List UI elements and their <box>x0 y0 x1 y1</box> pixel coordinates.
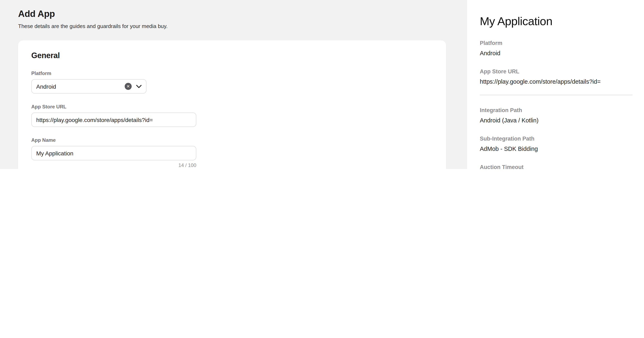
platform-select[interactable]: Android ✕ <box>31 79 146 94</box>
platform-select-value: Android <box>36 83 125 90</box>
page-header: Add App These details are the guides and… <box>0 0 467 29</box>
app-store-url-field: App Store URL <box>31 104 433 127</box>
summary-field-value: AdMob - SDK Bidding <box>480 145 632 152</box>
summary-field-label: Auction Timeout <box>480 164 632 169</box>
app-name-label: App Name <box>31 137 433 143</box>
summary-field-label: Integration Path <box>480 107 632 113</box>
summary-field: Auction Timeout400 <box>480 164 632 169</box>
add-app-page: Add App These details are the guides and… <box>0 0 644 169</box>
platform-clear-icon[interactable]: ✕ <box>125 83 132 90</box>
summary-field-value: https://play.google.com/store/apps/detai… <box>480 78 632 85</box>
app-name-char-counter: 14 / 100 <box>31 162 196 168</box>
summary-field-value: Android <box>480 50 632 57</box>
app-name-field: App Name 14 / 100 <box>31 137 433 168</box>
summary-field: PlatformAndroid <box>480 40 632 57</box>
main-content-column: Add App These details are the guides and… <box>0 0 467 169</box>
summary-field-value: Android (Java / Kotlin) <box>480 117 632 124</box>
summary-field-label: Platform <box>480 40 632 46</box>
summary-field: App Store URLhttps://play.google.com/sto… <box>480 68 632 85</box>
summary-field: Sub-Integration PathAdMob - SDK Bidding <box>480 136 632 152</box>
summary-divider <box>480 95 632 95</box>
general-heading: General <box>31 51 433 60</box>
platform-label: Platform <box>31 71 433 76</box>
chevron-down-icon[interactable] <box>136 85 142 88</box>
summary-field-label: App Store URL <box>480 68 632 75</box>
summary-field: Integration PathAndroid (Java / Kotlin) <box>480 107 632 124</box>
platform-field: Platform Android ✕ <box>31 71 433 94</box>
app-store-url-input[interactable] <box>31 112 196 127</box>
app-store-url-label: App Store URL <box>31 104 433 110</box>
summary-panel: My Application PlatformAndroidApp Store … <box>467 0 644 169</box>
summary-fields: PlatformAndroidApp Store URLhttps://play… <box>480 40 632 169</box>
app-name-input[interactable] <box>31 146 196 160</box>
page-subtitle: These details are the guides and guardra… <box>18 23 446 29</box>
general-card: General Platform Android ✕ App Store URL… <box>18 40 446 169</box>
page-title: Add App <box>18 9 446 19</box>
summary-app-name: My Application <box>480 15 632 28</box>
summary-field-label: Sub-Integration Path <box>480 136 632 142</box>
